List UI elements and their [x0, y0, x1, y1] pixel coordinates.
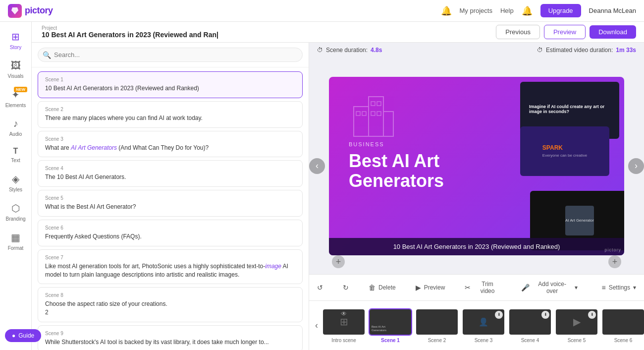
sidebar-item-text[interactable]: T Text	[0, 142, 31, 168]
my-projects-link[interactable]: My projects	[460, 7, 492, 14]
video-duration-value: 1m 33s	[616, 47, 636, 54]
preview-button[interactable]: Preview	[544, 25, 586, 39]
logo[interactable]: pictory	[8, 4, 53, 18]
scene-card-2[interactable]: Scene 2 There are many places where you …	[38, 101, 303, 128]
bottom-caption: 10 Best AI Art Generators in 2023 (Revie…	[329, 238, 624, 255]
sidebar-item-label-styles: Styles	[9, 187, 22, 192]
trim-label: Trim video	[474, 281, 501, 294]
timeline-scene-3[interactable]: 👤 ⬇ Scene 3	[462, 308, 505, 343]
search-icon: 🔍	[43, 51, 51, 59]
sidebar-item-format[interactable]: ▦ Format	[0, 227, 31, 256]
scene-card-8[interactable]: Scene 8 Choose the aspect ratio size of …	[38, 287, 303, 322]
sidebar-item-elements[interactable]: ✦ Elements NEW	[0, 84, 31, 113]
thumb-s1-bg: Best AI ArtGenerators	[370, 309, 411, 335]
undo-button[interactable]: ↺	[313, 282, 327, 293]
settings-button[interactable]: ≡ Settings ▾	[597, 282, 640, 293]
sidebar-item-styles[interactable]: ◈ Styles	[0, 168, 31, 197]
trim-icon: ✂	[465, 284, 471, 292]
screenshot-2: SPARK Everyone can be creative	[520, 126, 609, 176]
main-layout: ⊞ Story 🖼 Visuals ✦ Elements NEW ♪ Audio…	[0, 22, 644, 350]
scene-card-7[interactable]: Scene 7 Like most AI generation tools fo…	[38, 249, 303, 285]
guide-icon: ●	[12, 332, 15, 339]
scene-text-6: Frequently Asked Questions (FAQs).	[45, 233, 295, 241]
timeline-scene-6[interactable]: Scene 6	[601, 308, 644, 343]
project-area: Project 10 Best AI Art Generators in 202…	[32, 22, 644, 350]
sidebar-item-audio[interactable]: ♪ Audio	[0, 113, 31, 142]
timeline-thumb-2	[415, 308, 459, 336]
thumb-badge-3: ⬇	[495, 311, 503, 319]
svg-rect-9	[377, 112, 381, 116]
scene-card-1[interactable]: Scene 1 10 Best AI Art Generators in 202…	[38, 71, 303, 98]
timeline-label-3: Scene 3	[475, 338, 493, 343]
screenshot-3-brand: AI Art Generator	[565, 218, 594, 223]
preview-panel: ⏱ Scene duration: 4.8s ⏱ Estimated video…	[309, 43, 644, 350]
guide-button[interactable]: ● Guide	[5, 329, 41, 342]
sidebar-item-label-audio: Audio	[9, 131, 22, 137]
sidebar-item-label-story: Story	[10, 45, 21, 50]
zoom-out-button[interactable]: +	[608, 255, 621, 268]
upgrade-button[interactable]: Upgrade	[540, 4, 581, 17]
add-voiceover-button[interactable]: 🎤 Add voice-over ▾	[517, 279, 582, 296]
timeline-thumb-3: 👤 ⬇	[462, 308, 505, 336]
scene-card-9[interactable]: Scene 9 While Shutterstock's AI tool is …	[38, 325, 303, 350]
scene-list-panel: 🔍 Scene 1 10 Best AI Art Generators in 2…	[32, 43, 309, 350]
search-input[interactable]	[38, 48, 303, 62]
scene-text-7: Like most AI generation tools for art, P…	[45, 262, 295, 279]
voiceover-label: Add voice-over	[533, 281, 572, 294]
sidebar-item-label-visuals: Visuals	[7, 73, 23, 79]
timeline-scene-1[interactable]: Best AI ArtGenerators Scene 1	[369, 308, 412, 343]
timeline-scene-2[interactable]: Scene 2	[415, 308, 459, 343]
sidebar-item-label-format: Format	[8, 245, 24, 251]
scene-text-1: 10 Best AI Art Generators in 2023 (Revie…	[45, 84, 295, 93]
timeline-label-5: Scene 5	[568, 338, 586, 343]
scene-card-6[interactable]: Scene 6 Frequently Asked Questions (FAQs…	[38, 220, 303, 246]
logo-icon	[8, 4, 22, 18]
timeline-scenes: ⊞ 👁 Intro scene	[322, 308, 644, 343]
download-button[interactable]: Download	[590, 25, 636, 39]
scene-label-2: Scene 2	[45, 107, 295, 112]
next-scene-arrow[interactable]: ›	[628, 158, 644, 174]
sidebar-item-label-text: Text	[11, 158, 20, 163]
scene-text-4: The 10 Best AI Art Generators.	[45, 173, 295, 181]
scene-label-1: Scene 1	[45, 77, 295, 82]
delete-button[interactable]: 🗑 Delete	[365, 282, 400, 293]
svg-rect-7	[377, 102, 381, 106]
svg-marker-0	[11, 7, 18, 14]
bell-icon[interactable]: 🔔	[522, 5, 533, 16]
chevron-down-icon: ▾	[575, 284, 578, 291]
svg-rect-4	[356, 112, 360, 116]
scene-card-5[interactable]: Scene 5 What is the Best AI Art Generato…	[38, 190, 303, 217]
pictory-watermark: pictory	[604, 247, 621, 252]
timeline-scene-5[interactable]: ▶ ⬇ Scene 5	[555, 308, 598, 343]
scene-card-3[interactable]: Scene 3 What are AI Art Generators (And …	[38, 131, 303, 158]
timeline-scene-intro[interactable]: ⊞ 👁 Intro scene	[322, 308, 366, 343]
prev-scene-arrow[interactable]: ‹	[309, 158, 325, 174]
scene-text-3: What are AI Art Generators (And What Can…	[45, 144, 295, 152]
timeline-scene-4[interactable]: ⬇ Scene 4	[508, 308, 552, 343]
scene-card-4[interactable]: Scene 4 The 10 Best AI Art Generators.	[38, 160, 303, 187]
chevron-down-icon-2: ▾	[633, 284, 636, 291]
audio-icon: ♪	[13, 118, 18, 129]
project-actions: Previous Preview Download	[496, 25, 636, 39]
help-link[interactable]: Help	[500, 7, 514, 14]
clock-icon-2: ⏱	[537, 47, 543, 54]
settings-icon: ≡	[601, 284, 605, 292]
delete-label: Delete	[378, 284, 396, 291]
trim-video-button[interactable]: ✂ Trim video	[461, 279, 505, 296]
sidebar-item-branding[interactable]: ⬡ Branding	[0, 197, 31, 227]
project-header: Project 10 Best AI Art Generators in 202…	[32, 22, 644, 43]
project-label: Project	[42, 25, 218, 31]
timeline-prev-arrow[interactable]: ‹	[313, 320, 320, 331]
scene-duration-label: Scene duration:	[326, 47, 368, 54]
sidebar-item-visuals[interactable]: 🖼 Visuals	[0, 55, 31, 84]
previous-button[interactable]: Previous	[496, 25, 540, 39]
timeline-label-2: Scene 2	[428, 338, 446, 343]
notifications-icon[interactable]: 🔔	[441, 5, 452, 16]
preview-toolbar-button[interactable]: ▶ Preview	[412, 282, 449, 293]
scene-label-4: Scene 4	[45, 166, 295, 171]
sidebar-item-story[interactable]: ⊞ Story	[0, 26, 31, 55]
zoom-in-button[interactable]: +	[332, 255, 345, 268]
redo-button[interactable]: ↻	[339, 282, 353, 293]
timeline-thumb-4: ⬇	[508, 308, 552, 336]
scene-text-2: There are many places where you can find…	[45, 114, 295, 122]
